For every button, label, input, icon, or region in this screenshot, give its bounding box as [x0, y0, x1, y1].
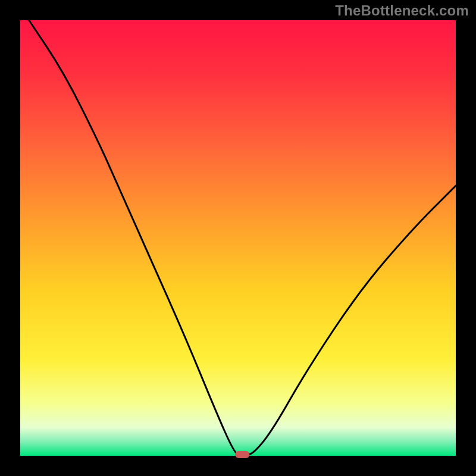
bottleneck-chart	[0, 0, 476, 476]
optimum-marker	[235, 451, 249, 458]
watermark-text: TheBottleneck.com	[335, 2, 469, 19]
gradient-background	[20, 20, 456, 456]
